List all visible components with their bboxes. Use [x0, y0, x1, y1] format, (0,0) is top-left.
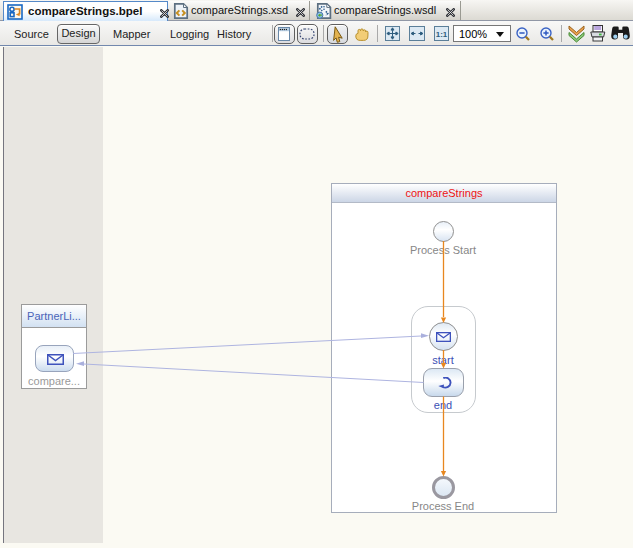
svg-text:1:1: 1:1: [436, 30, 448, 39]
